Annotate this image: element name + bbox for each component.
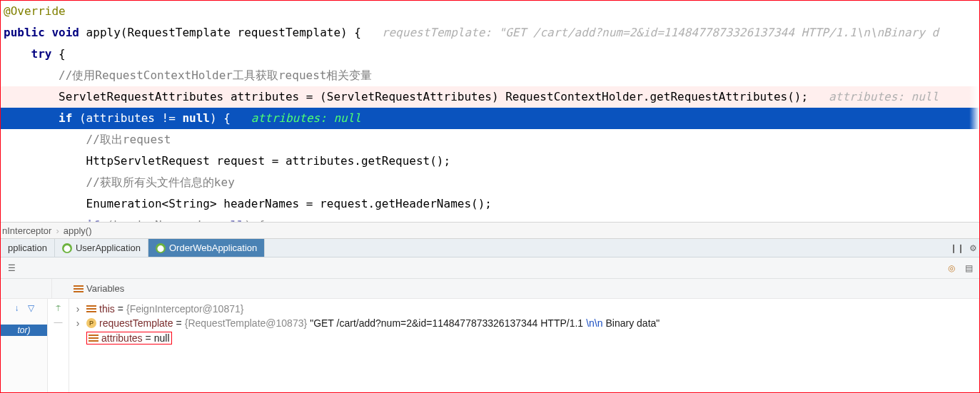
tab-user-application[interactable]: ⬤ UserApplication [55,239,148,257]
code-line: //使用RequestContextHolder工具获取request相关变量 [1,65,979,86]
chevron-right-icon: › [56,225,59,236]
filter-icon[interactable]: ▽ [26,303,36,313]
variables-title: Variables [86,283,124,294]
variable-row-request-template[interactable]: › P requestTemplate = {RequestTemplate@1… [69,316,979,330]
code-line: //获取所有头文件信息的key [1,172,979,193]
run-config-tabs: pplication ⬤ UserApplication ⬤ OrderWebA… [1,239,979,257]
fade-overlay [969,1,979,222]
code-line: @Override [1,1,979,22]
variables-panel-header: Variables [1,279,979,299]
inline-hint: attributes: null [251,111,361,125]
remove-watch-icon[interactable]: — [54,317,64,327]
expand-icon[interactable]: › [72,303,84,315]
root-container: @Override public void apply(RequestTempl… [0,0,980,393]
mute-breakpoints-icon[interactable]: ❙❙ [952,243,962,253]
tab-application-1[interactable]: pplication [1,239,55,257]
object-icon [86,305,96,312]
annotation-text: @Override [4,4,66,18]
code-line: HttpServletRequest request = attributes.… [1,150,979,172]
inline-hint: requestTemplate: "GET /cart/add?num=2&id… [382,26,939,39]
arrow-down-icon[interactable]: ↓ [12,303,22,313]
inline-hint: attributes: null [829,90,939,103]
code-line-execution-point: if (attributes != null) { attributes: nu… [1,108,979,129]
code-line-highlighted-error: ServletRequestAttributes attributes = (S… [1,86,979,108]
variables-icon [74,285,84,292]
code-editor[interactable]: @Override public void apply(RequestTempl… [1,1,979,222]
spring-boot-icon: ⬤ [62,243,72,253]
frames-icon[interactable]: ☰ [6,263,16,273]
variable-row-this[interactable]: › this = {FeignInterceptor@10871} [69,302,979,316]
add-watch-icon[interactable]: ⍑ [54,303,64,313]
settings-icon[interactable]: ⚙ [968,243,978,253]
tab-order-web-application[interactable]: ⬤ OrderWebApplication [148,239,265,257]
spring-boot-icon: ⬤ [156,243,166,253]
variables-header-gutter [5,279,52,298]
evaluate-gutter: ⍑ — [48,299,69,392]
code-line: //取出request [1,129,979,150]
code-line: try { [1,44,979,65]
breadcrumb-item[interactable]: apply() [64,225,92,236]
variable-row-attributes[interactable]: › attributes = null [69,330,979,346]
highlighted-variable: attributes = null [86,332,172,344]
parameter-icon: P [86,318,96,328]
debug-panel-body: ↓ ▽ tor) ⍑ — › this = {FeignInterceptor@… [1,299,979,392]
object-icon [89,335,98,342]
code-line-faded: if (headerNames != null) { [1,215,979,222]
watches-icon[interactable]: ◎ [946,263,956,273]
code-line: public void apply(RequestTemplate reques… [1,22,979,44]
layout-icon[interactable]: ▤ [964,263,974,273]
frame-label[interactable]: tor) [1,325,47,336]
code-line: Enumeration<String> headerNames = reques… [1,193,979,215]
breadcrumb-item[interactable]: nInterceptor [2,225,51,236]
debug-toolbar: ☰ ◎ ▤ [1,257,979,279]
breadcrumb[interactable]: nInterceptor › apply() [1,222,979,239]
tabs-right-controls: ❙❙ ⚙ [952,239,978,257]
frames-gutter: ↓ ▽ tor) [1,299,48,392]
expand-icon[interactable]: › [72,317,84,329]
variables-tree[interactable]: › this = {FeignInterceptor@10871} › P re… [69,299,979,392]
